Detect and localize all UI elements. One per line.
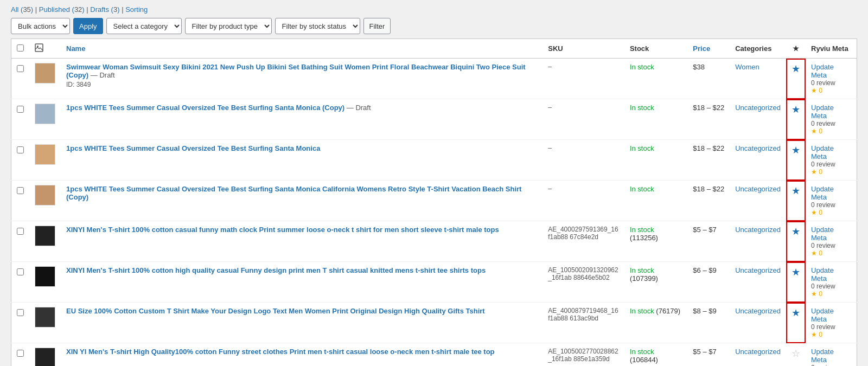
product-name: Swimwear Woman Swimsuit Sexy Bikini 2021… bbox=[66, 63, 537, 79]
rating-stars: ★ 0 bbox=[811, 249, 851, 257]
product-thumbnail bbox=[35, 307, 55, 328]
star-filled-icon[interactable]: ★ bbox=[792, 63, 800, 74]
stock-header: Stock bbox=[624, 39, 687, 59]
product-star[interactable]: ★ bbox=[786, 99, 806, 140]
product-star[interactable]: ★ bbox=[786, 262, 806, 303]
product-category: Uncategorized bbox=[730, 303, 786, 343]
product-meta: ID: 3849 bbox=[66, 81, 537, 88]
product-sku: – bbox=[542, 59, 624, 99]
star-filled-icon[interactable]: ★ bbox=[792, 226, 800, 237]
status-all-count: 35 bbox=[23, 5, 30, 14]
category-link[interactable]: Uncategorized bbox=[735, 104, 781, 112]
review-count: 0 review bbox=[811, 242, 851, 249]
product-thumbnail bbox=[35, 185, 55, 206]
category-link[interactable]: Uncategorized bbox=[735, 307, 781, 315]
product-name-link[interactable]: 1pcs WHITE Tees Summer Casual Oversized … bbox=[66, 185, 521, 201]
product-star[interactable]: ★ bbox=[786, 221, 806, 262]
row-checkbox-7[interactable] bbox=[17, 350, 24, 357]
product-price: $38 bbox=[687, 59, 730, 99]
row-checkbox-0[interactable] bbox=[17, 65, 24, 72]
status-sorting-link[interactable]: Sorting bbox=[125, 5, 148, 14]
product-category: Women bbox=[730, 59, 786, 99]
status-published-link[interactable]: Published (32) bbox=[39, 5, 85, 14]
review-count: 0 review bbox=[811, 201, 851, 209]
product-ryviu: Update Meta 0 review ★ 0 bbox=[806, 221, 857, 262]
price-header: Price bbox=[687, 39, 730, 59]
product-sku: – bbox=[542, 99, 624, 140]
stock-count: (76179) bbox=[656, 307, 680, 315]
product-name-link[interactable]: 1pcs WHITE Tees Summer Casual Oversized … bbox=[66, 144, 320, 152]
status-published-count: 32 bbox=[74, 5, 82, 14]
review-count: 0 review bbox=[811, 323, 851, 331]
star-filled-icon[interactable]: ★ bbox=[792, 185, 800, 196]
category-link[interactable]: Uncategorized bbox=[735, 226, 781, 234]
star-empty-icon[interactable]: ☆ bbox=[792, 348, 800, 359]
update-meta-link[interactable]: Update Meta bbox=[811, 63, 834, 79]
rating-stars: ★ 0 bbox=[811, 87, 851, 94]
category-link[interactable]: Women bbox=[735, 63, 760, 71]
category-link[interactable]: Uncategorized bbox=[735, 348, 781, 356]
table-row: EU Size 100% Cotton Custom T Shirt Make … bbox=[11, 303, 857, 343]
product-ryviu: Update Meta 0 review ★ 0 bbox=[806, 99, 857, 140]
toolbar: Bulk actions Apply Select a category Fil… bbox=[11, 18, 857, 34]
category-link[interactable]: Uncategorized bbox=[735, 185, 781, 193]
row-checkbox-3[interactable] bbox=[17, 187, 24, 194]
category-link[interactable]: Uncategorized bbox=[735, 144, 781, 152]
star-filled-icon[interactable]: ★ bbox=[792, 307, 800, 318]
row-checkbox-1[interactable] bbox=[17, 106, 24, 113]
product-star[interactable]: ★ bbox=[786, 140, 806, 181]
star-filled-icon[interactable]: ★ bbox=[792, 104, 800, 115]
in-stock-label: In stock bbox=[630, 266, 654, 274]
status-bar: All (35) | Published (32) | Drafts (3) |… bbox=[11, 5, 857, 14]
table-row: 1pcs WHITE Tees Summer Casual Oversized … bbox=[11, 99, 857, 140]
update-meta-link[interactable]: Update Meta bbox=[811, 266, 834, 282]
review-count: 0 review bbox=[811, 120, 851, 127]
update-meta-link[interactable]: Update Meta bbox=[811, 348, 834, 364]
row-checkbox-2[interactable] bbox=[17, 146, 24, 153]
product-ryviu: Update Meta 0 review ★ 0 bbox=[806, 262, 857, 303]
update-meta-link[interactable]: Update Meta bbox=[811, 307, 834, 323]
table-row: Swimwear Woman Swimsuit Sexy Bikini 2021… bbox=[11, 59, 857, 99]
update-meta-link[interactable]: Update Meta bbox=[811, 185, 834, 201]
in-stock-label: In stock bbox=[630, 226, 654, 234]
apply-button[interactable]: Apply bbox=[73, 18, 103, 34]
product-ryviu: Update Meta 0 review ★ 0 bbox=[806, 181, 857, 221]
rating-stars: ★ 0 bbox=[811, 290, 851, 298]
update-meta-link[interactable]: Update Meta bbox=[811, 104, 834, 120]
product-name-link[interactable]: EU Size 100% Cotton Custom T Shirt Make … bbox=[66, 307, 485, 315]
filter-button[interactable]: Filter bbox=[363, 18, 391, 34]
category-select[interactable]: Select a category bbox=[106, 18, 182, 34]
status-all-link[interactable]: All (35) bbox=[11, 5, 33, 14]
products-table: Name SKU Stock Price Categories ★ Ryviu … bbox=[11, 38, 857, 366]
update-meta-link[interactable]: Update Meta bbox=[811, 226, 834, 242]
product-name-link[interactable]: XINYI Men's T-shirt 100% cotton casual f… bbox=[66, 226, 499, 234]
product-name-link[interactable]: Swimwear Woman Swimsuit Sexy Bikini 2021… bbox=[66, 63, 526, 79]
svg-point-1 bbox=[37, 46, 39, 47]
product-star[interactable]: ★ bbox=[786, 181, 806, 221]
product-star[interactable]: ☆ bbox=[786, 343, 806, 367]
update-meta-link[interactable]: Update Meta bbox=[811, 144, 834, 160]
product-sku: – bbox=[542, 140, 624, 181]
select-all-checkbox[interactable] bbox=[17, 44, 24, 52]
product-thumbnail bbox=[35, 144, 55, 165]
product-ryviu: Update Meta 0 review ★ 0 bbox=[806, 59, 857, 99]
product-name: EU Size 100% Cotton Custom T Shirt Make … bbox=[66, 307, 537, 315]
product-thumbnail bbox=[35, 63, 55, 84]
product-star[interactable]: ★ bbox=[786, 59, 806, 99]
product-name-link[interactable]: 1pcs WHITE Tees Summer Casual Oversized … bbox=[66, 104, 344, 112]
star-filled-icon[interactable]: ★ bbox=[792, 145, 800, 156]
product-name-link[interactable]: XIN YI Men's T-shirt High Quality100% co… bbox=[66, 348, 495, 356]
category-link[interactable]: Uncategorized bbox=[735, 266, 781, 274]
row-checkbox-6[interactable] bbox=[17, 309, 24, 316]
row-checkbox-4[interactable] bbox=[17, 228, 24, 235]
stock-status-select[interactable]: Filter by stock status bbox=[275, 18, 360, 34]
row-checkbox-5[interactable] bbox=[17, 268, 24, 275]
bulk-actions-select[interactable]: Bulk actions bbox=[11, 18, 70, 34]
in-stock-label: In stock bbox=[630, 104, 654, 112]
product-name-link[interactable]: XINYI Men's T-shirt 100% cotton high qua… bbox=[66, 266, 486, 274]
star-filled-icon[interactable]: ★ bbox=[792, 267, 800, 278]
status-drafts-link[interactable]: Drafts (3) bbox=[90, 5, 119, 14]
product-star[interactable]: ★ bbox=[786, 303, 806, 343]
product-stock: In stock (76179) bbox=[624, 303, 687, 343]
product-type-select[interactable]: Filter by product type bbox=[185, 18, 272, 34]
